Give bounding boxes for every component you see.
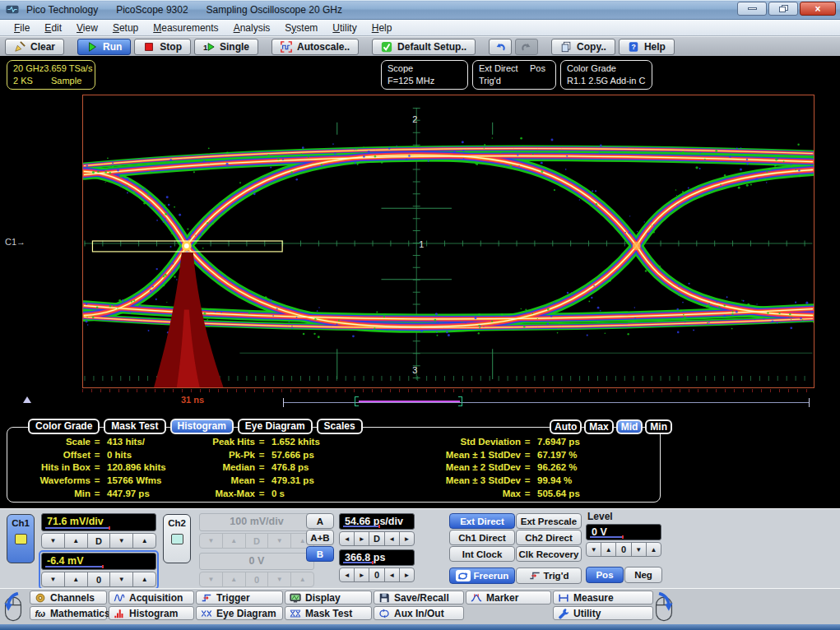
spinner-zero-button[interactable]: 0 bbox=[369, 567, 384, 582]
menu-trigger-button[interactable]: Trigger bbox=[196, 591, 283, 605]
stop-button[interactable]: Stop bbox=[134, 39, 191, 55]
autoscale-button[interactable]: Autoscale.. bbox=[271, 39, 359, 55]
menu-file[interactable]: File bbox=[7, 21, 37, 35]
minimize-button[interactable] bbox=[737, 2, 767, 16]
spinner-down-button[interactable]: ▼ bbox=[41, 533, 65, 549]
spinner-up-button[interactable]: ▲ bbox=[64, 533, 88, 549]
tab-scales[interactable]: Scales bbox=[317, 419, 363, 434]
menu-eye-diagram-button[interactable]: Eye Diagram bbox=[196, 606, 283, 620]
ch2-button[interactable]: Ch2 bbox=[163, 514, 191, 563]
spinner-up-button[interactable]: ▲ bbox=[132, 533, 156, 549]
menu-system[interactable]: System bbox=[277, 21, 325, 35]
slope-pos-button[interactable]: Pos bbox=[586, 567, 624, 583]
tab-eye-diagram[interactable]: Eye Diagram bbox=[238, 419, 313, 434]
spinner-right-button[interactable]: ► bbox=[399, 567, 415, 582]
trigger-source-ch2-direct[interactable]: Ch2 Direct bbox=[516, 530, 582, 545]
spinner-down-button[interactable]: ▼ bbox=[41, 572, 65, 587]
spinner-down-button[interactable]: ▼ bbox=[109, 533, 133, 549]
menu-mathematics-button[interactable]: Mathematics bbox=[30, 606, 107, 620]
run-button[interactable]: Run bbox=[77, 39, 131, 55]
toolbar: Clear Run Stop Single Autoscale.. Defaul… bbox=[0, 36, 840, 56]
window-bracket-left[interactable] bbox=[355, 396, 359, 406]
spinner-up-button[interactable]: ▲ bbox=[646, 542, 661, 557]
spinner-up-button[interactable]: ▲ bbox=[132, 572, 156, 587]
spinner-zero-button[interactable]: 0 bbox=[615, 542, 631, 557]
spinner-coarse-button[interactable]: D bbox=[369, 531, 384, 546]
menu-channels-button[interactable]: Channels bbox=[30, 591, 107, 605]
menu-analysis[interactable]: Analysis bbox=[226, 21, 278, 35]
spinner-left-button[interactable]: ◄ bbox=[339, 567, 355, 582]
tab-histogram[interactable]: Histogram bbox=[170, 419, 234, 434]
restore-button[interactable] bbox=[768, 2, 798, 16]
spinner-left-button[interactable]: ◄ bbox=[384, 567, 400, 582]
menu-aux-in-out-button[interactable]: Aux In/Out bbox=[374, 606, 464, 620]
clear-button[interactable]: Clear bbox=[5, 39, 64, 55]
spinner-up-button[interactable]: ▲ bbox=[601, 542, 616, 557]
trigger-source-clk-recovery[interactable]: Clk Recovery bbox=[516, 546, 582, 562]
acquisition-window-bar[interactable] bbox=[283, 402, 810, 403]
tab-color-grade[interactable]: Color Grade bbox=[28, 419, 100, 434]
titlebar: Pico Technology PicoScope 9302 Sampling … bbox=[0, 0, 840, 20]
spinner-left-button[interactable]: ◄ bbox=[384, 531, 400, 546]
undo-button[interactable] bbox=[489, 39, 512, 55]
stop-icon bbox=[143, 41, 155, 53]
stats-max-button[interactable]: Max bbox=[584, 419, 613, 434]
timebase-b-button[interactable]: B bbox=[306, 546, 334, 562]
stats-mid-button[interactable]: Mid bbox=[616, 419, 643, 434]
stats-view-buttons: Auto Max Mid Min bbox=[550, 419, 672, 434]
timebase-window-segment[interactable] bbox=[359, 401, 460, 402]
trigger-position-marker[interactable] bbox=[23, 396, 31, 403]
trigger-source-int-clock[interactable]: Int Clock bbox=[449, 546, 515, 562]
menu-measure-button[interactable]: Measure bbox=[553, 591, 653, 605]
spinner-right-button[interactable]: ► bbox=[399, 531, 415, 546]
timebase-delay-value[interactable]: 366.8 ps bbox=[339, 549, 415, 566]
spinner-right-button[interactable]: ► bbox=[354, 567, 369, 582]
help-button[interactable]: Help bbox=[619, 39, 675, 55]
menu-histogram-button[interactable]: Histogram bbox=[109, 606, 194, 620]
tab-mask-test[interactable]: Mask Test bbox=[104, 419, 165, 434]
spinner-right-button[interactable]: ► bbox=[354, 531, 369, 546]
trigger-source-ext-prescale[interactable]: Ext Prescale bbox=[516, 513, 582, 529]
ch1-offset-value[interactable]: -6.4 mV bbox=[41, 553, 156, 570]
menu-edit[interactable]: Edit bbox=[37, 21, 69, 35]
menu-help[interactable]: Help bbox=[364, 21, 400, 35]
spinner-down-button[interactable]: ▼ bbox=[631, 542, 647, 557]
level-value[interactable]: 0 V bbox=[586, 524, 661, 540]
menu-view[interactable]: View bbox=[69, 21, 105, 35]
copy-button[interactable]: Copy.. bbox=[551, 39, 615, 55]
sweep-trigd-button[interactable]: Trig'd bbox=[516, 567, 582, 584]
stats-min-button[interactable]: Min bbox=[645, 419, 672, 434]
sweep-freerun-button[interactable]: Freerun bbox=[449, 567, 515, 584]
menu-mask-test-button[interactable]: Mask Test bbox=[285, 606, 372, 620]
menu-setup[interactable]: Setup bbox=[105, 21, 146, 35]
stats-auto-button[interactable]: Auto bbox=[550, 419, 582, 434]
menu-display-button[interactable]: Display bbox=[285, 591, 372, 605]
close-button[interactable]: × bbox=[800, 2, 836, 16]
timebase-a-plus-b-button[interactable]: A+B bbox=[306, 530, 334, 545]
frame-tick-row bbox=[82, 389, 814, 392]
spinner-down-button[interactable]: ▼ bbox=[109, 572, 133, 587]
spinner-coarse-button[interactable]: D bbox=[87, 533, 111, 549]
spinner-up-button[interactable]: ▲ bbox=[64, 572, 88, 587]
menu-marker-button[interactable]: Marker bbox=[466, 591, 551, 605]
menu-save-recall-button[interactable]: Save/Recall bbox=[374, 591, 464, 605]
timebase-a-button[interactable]: A bbox=[306, 513, 334, 529]
menu-measurements[interactable]: Measurements bbox=[146, 21, 225, 35]
single-button[interactable]: Single bbox=[194, 39, 258, 55]
trigd-icon bbox=[529, 570, 541, 581]
ch1-button[interactable]: Ch1 bbox=[7, 514, 35, 563]
timebase-scale-value[interactable]: 54.66 ps/div bbox=[339, 513, 415, 530]
menu-utility-button[interactable]: Utility bbox=[553, 606, 653, 620]
spinner-down-button[interactable]: ▼ bbox=[586, 542, 601, 557]
trigger-source-ext-direct[interactable]: Ext Direct bbox=[449, 513, 515, 529]
menu-acquisition-button[interactable]: Acquisition bbox=[109, 591, 194, 605]
trigger-source-ch1-direct[interactable]: Ch1 Direct bbox=[449, 530, 515, 545]
ch1-scale-value[interactable]: 71.6 mV/div bbox=[41, 513, 156, 531]
menu-utility[interactable]: Utility bbox=[325, 21, 364, 35]
waveform-display[interactable]: 2 1 3 bbox=[82, 95, 814, 388]
spinner-left-button[interactable]: ◄ bbox=[339, 531, 355, 546]
slope-neg-button[interactable]: Neg bbox=[624, 567, 662, 583]
default-setup-button[interactable]: Default Setup.. bbox=[372, 39, 476, 55]
window-bracket-right[interactable] bbox=[458, 396, 462, 406]
spinner-zero-button[interactable]: 0 bbox=[87, 572, 111, 587]
